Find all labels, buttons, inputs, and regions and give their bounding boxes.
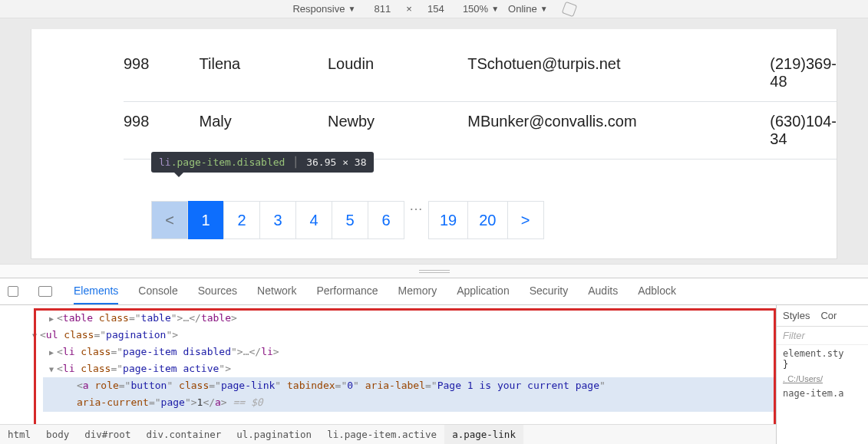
dom-node[interactable]: ▼<ul class="pagination"> <box>43 327 776 344</box>
inspect-tooltip: li.page-item.disabled │ 36.95 × 38 <box>151 152 374 173</box>
cell-firstname: Tilena <box>200 55 328 90</box>
style-source-link[interactable]: . C:/Users/ <box>777 373 868 385</box>
devtools-tabs: Elements Console Sources Network Perform… <box>74 278 676 304</box>
dom-node[interactable]: ▶<table class="table">…</table> <box>43 310 776 327</box>
tab-audits[interactable]: Audits <box>588 278 618 304</box>
tab-console[interactable]: Console <box>138 278 177 304</box>
tab-adblock[interactable]: Adblock <box>638 278 676 304</box>
pagination: < 1 2 3 4 5 6 … 19 20 > <box>151 201 837 239</box>
cell-lastname: Loudin <box>328 55 467 90</box>
crumb-item[interactable]: html <box>0 425 38 444</box>
zoom-label: 150% <box>463 3 488 15</box>
cell-lastname: Newby <box>328 113 467 148</box>
dom-node[interactable]: ▼<li class="page-item active"> <box>43 360 776 377</box>
cell-email: MBunker@convallis.com <box>467 113 770 148</box>
page-prev-button[interactable]: < <box>151 201 188 239</box>
viewport-width-input[interactable] <box>365 3 400 15</box>
cell-phone: (219)369-48 <box>770 55 837 90</box>
devtools-resize-handle[interactable] <box>0 264 868 278</box>
cell-firstname: Maly <box>200 113 328 148</box>
page-number-button[interactable]: 5 <box>332 201 368 239</box>
elements-panel: ▶<table class="table">…</table> ▼<ul cla… <box>0 305 776 444</box>
styles-panel: Styles Cor Filter element.sty } . C:/Use… <box>776 305 868 444</box>
page-number-button[interactable]: 20 <box>467 201 507 239</box>
tab-network[interactable]: Network <box>257 278 296 304</box>
network-dropdown[interactable]: Online ▼ <box>508 3 547 15</box>
dom-node[interactable]: ▶<li class="page-item disabled">…</li> <box>43 344 776 360</box>
dom-node-selected-cont[interactable]: aria-current="page">1</a> == $0 <box>43 394 776 411</box>
styles-filter-input[interactable]: Filter <box>777 327 868 345</box>
dimension-separator: × <box>406 3 412 15</box>
page-viewport: 998 Tilena Loudin TSchotuen@turpis.net (… <box>0 18 868 264</box>
cell-id: 998 <box>124 113 200 148</box>
crumb-item[interactable]: ul.pagination <box>229 425 319 444</box>
page-number-button[interactable]: 3 <box>259 201 296 239</box>
dom-tree[interactable]: ▶<table class="table">…</table> ▼<ul cla… <box>0 305 776 412</box>
inspect-element-icon[interactable] <box>8 286 18 297</box>
responsive-mode-dropdown[interactable]: Responsive ▼ <box>292 3 355 15</box>
tooltip-divider: │ <box>292 156 299 168</box>
tab-application[interactable]: Application <box>457 278 510 304</box>
chevron-down-icon: ▼ <box>491 5 499 13</box>
chevron-down-icon: ▼ <box>540 5 548 13</box>
viewport-height-input[interactable] <box>418 3 454 15</box>
viewport-dimensions: × <box>365 3 454 15</box>
style-rule[interactable]: element.sty } <box>777 345 868 373</box>
cell-phone: (630)104-34 <box>770 113 837 148</box>
cell-id: 998 <box>124 55 200 90</box>
tab-memory[interactable]: Memory <box>398 278 437 304</box>
page-ellipsis: … <box>404 198 429 214</box>
crumb-item[interactable]: li.page-item.active <box>319 425 444 444</box>
breadcrumb: html body div#root div.container ul.pagi… <box>0 424 776 444</box>
devtools-header: Elements Console Sources Network Perform… <box>0 278 868 305</box>
page-content: 998 Tilena Loudin TSchotuen@turpis.net (… <box>31 29 837 259</box>
devtools-body: ▶<table class="table">…</table> ▼<ul cla… <box>0 305 868 444</box>
tab-security[interactable]: Security <box>530 278 569 304</box>
crumb-item[interactable]: body <box>38 425 77 444</box>
device-toggle-icon[interactable] <box>38 286 52 297</box>
tooltip-selector: li.page-item.disabled <box>159 156 285 168</box>
page-number-button[interactable]: 6 <box>368 201 404 239</box>
tab-performance[interactable]: Performance <box>316 278 378 304</box>
dom-node-selected[interactable]: <a role="button" class="page-link" tabin… <box>43 377 776 394</box>
zoom-dropdown[interactable]: 150% ▼ <box>463 3 499 15</box>
responsive-mode-label: Responsive <box>292 3 345 15</box>
crumb-item[interactable]: div.container <box>138 425 229 444</box>
crumb-item[interactable]: a.page-link <box>444 425 523 444</box>
grip-icon <box>419 270 450 273</box>
network-label: Online <box>508 3 537 15</box>
page-number-button[interactable]: 1 <box>187 201 224 239</box>
tab-elements[interactable]: Elements <box>74 278 118 304</box>
device-toolbar: Responsive ▼ × 150% ▼ Online ▼ <box>0 0 868 18</box>
styles-tabs: Styles Cor <box>777 305 868 327</box>
page-number-button[interactable]: 2 <box>223 201 260 239</box>
style-rule[interactable]: nage-item.a <box>777 385 868 402</box>
crumb-item[interactable]: div#root <box>77 425 138 444</box>
page-number-button[interactable]: 19 <box>428 201 468 239</box>
page-next-button[interactable]: > <box>507 201 544 239</box>
chevron-down-icon: ▼ <box>348 5 355 13</box>
table-row: 998 Tilena Loudin TSchotuen@turpis.net (… <box>124 44 837 102</box>
cell-email: TSchotuen@turpis.net <box>467 55 770 90</box>
table-row: 998 Maly Newby MBunker@convallis.com (63… <box>124 102 837 160</box>
tooltip-dimensions: 36.95 × 38 <box>306 156 366 168</box>
styles-tab[interactable]: Styles <box>783 310 810 321</box>
rotate-icon[interactable] <box>561 1 577 17</box>
tab-sources[interactable]: Sources <box>198 278 237 304</box>
page-number-button[interactable]: 4 <box>295 201 332 239</box>
styles-tab[interactable]: Cor <box>820 310 837 321</box>
data-table: 998 Tilena Loudin TSchotuen@turpis.net (… <box>124 44 837 160</box>
